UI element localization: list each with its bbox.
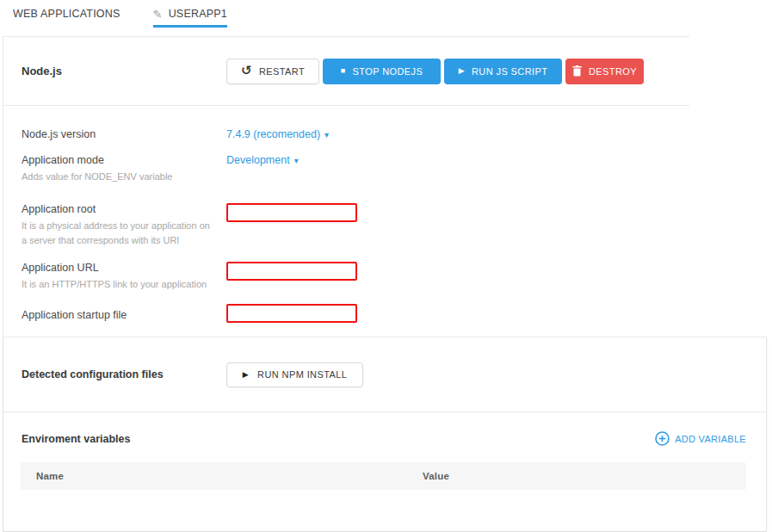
application-root-input[interactable] — [226, 203, 357, 222]
nodejs-settings-form: Node.js version 7.4.9 (recomended) ▾ App… — [3, 106, 689, 337]
mode-label: Application mode — [22, 154, 226, 166]
destroy-button[interactable]: DESTROY — [565, 59, 644, 84]
play-icon: ▶ — [459, 67, 465, 75]
tab-bar: WEB APPLICATIONS ✎ USERAPP1 — [0, 0, 772, 36]
form-row-startup: Application startup file — [22, 304, 689, 323]
version-value: 7.4.9 (recomended) — [226, 128, 320, 140]
form-row-mode: Application mode Adds value for NODE_ENV… — [22, 154, 689, 184]
restart-icon: ↺ — [241, 64, 252, 77]
url-help-text: It is an HTTP/HTTPS link to your applica… — [22, 277, 218, 292]
column-header-name: Name — [21, 471, 423, 481]
mode-dropdown[interactable]: Development ▾ — [226, 154, 299, 166]
add-variable-button[interactable]: ADD VARIABLE — [655, 431, 746, 446]
environment-variables-section: Enviroment variables ADD VARIABLE Name V… — [3, 411, 766, 531]
url-label: Application URL — [22, 262, 226, 274]
run-script-button-label: RUN JS SCRIPT — [472, 66, 547, 77]
main-content: Node.js ↺ RESTART ■ STOP NODEJS ▶ RUN JS… — [3, 36, 772, 532]
application-url-input[interactable] — [226, 262, 357, 281]
version-dropdown[interactable]: 7.4.9 (recomended) ▾ — [226, 128, 329, 140]
restart-button-label: RESTART — [259, 66, 305, 77]
nodejs-title: Node.js — [22, 65, 226, 77]
npm-button-label: RUN NPM INSTALL — [257, 369, 347, 380]
form-row-url: Application URL It is an HTTP/HTTPS link… — [22, 262, 689, 292]
nodejs-panel-header: Node.js ↺ RESTART ■ STOP NODEJS ▶ RUN JS… — [3, 36, 689, 106]
detected-config-section: Detected configuration files ▶ RUN NPM I… — [3, 337, 766, 411]
destroy-button-label: DESTROY — [589, 66, 637, 77]
form-row-version: Node.js version 7.4.9 (recomended) ▾ — [22, 128, 689, 140]
stop-icon: ■ — [341, 67, 346, 75]
mode-value: Development — [226, 154, 290, 166]
pencil-icon: ✎ — [153, 9, 163, 20]
trash-icon — [572, 65, 582, 77]
run-npm-install-button[interactable]: ▶ RUN NPM INSTALL — [226, 362, 363, 387]
tab-userapp1[interactable]: ✎ USERAPP1 — [153, 8, 227, 28]
tab-web-applications[interactable]: WEB APPLICATIONS — [13, 8, 120, 27]
stop-nodejs-button[interactable]: ■ STOP NODEJS — [323, 59, 441, 84]
lower-card: Detected configuration files ▶ RUN NPM I… — [3, 337, 767, 532]
nodejs-action-buttons: ↺ RESTART ■ STOP NODEJS ▶ RUN JS SCRIPT — [226, 59, 644, 84]
detected-config-label: Detected configuration files — [22, 368, 226, 380]
startup-label: Application startup file — [22, 309, 226, 321]
caret-down-icon: ▾ — [324, 131, 329, 139]
version-label: Node.js version — [22, 128, 226, 140]
env-table-header: Name Value — [21, 462, 746, 490]
play-icon: ▶ — [243, 371, 249, 379]
tab-userapp1-label: USERAPP1 — [169, 8, 227, 20]
mode-help-text: Adds value for NODE_ENV variable — [22, 170, 218, 184]
caret-down-icon: ▾ — [294, 157, 299, 165]
restart-button[interactable]: ↺ RESTART — [226, 59, 319, 84]
application-startup-file-input[interactable] — [226, 304, 357, 323]
root-help-text: It is a physical address to your applica… — [22, 219, 218, 248]
plus-circle-icon — [655, 431, 670, 446]
root-label: Application root — [22, 203, 226, 215]
add-variable-label: ADD VARIABLE — [675, 434, 746, 444]
form-row-root: Application root It is a physical addres… — [22, 203, 689, 248]
run-js-script-button[interactable]: ▶ RUN JS SCRIPT — [444, 59, 562, 84]
stop-button-label: STOP NODEJS — [353, 66, 423, 77]
env-variables-title: Enviroment variables — [22, 433, 130, 445]
column-header-value: Value — [423, 471, 746, 481]
